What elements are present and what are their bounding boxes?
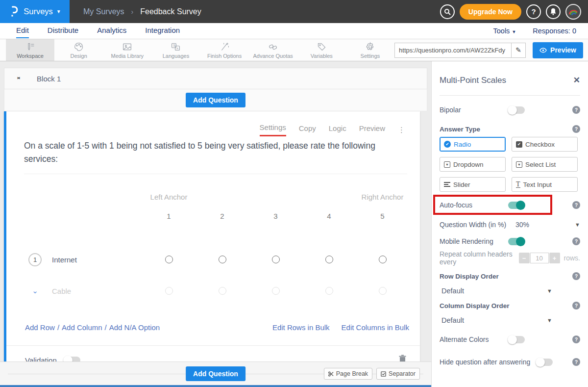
text-input-icon: T [516, 181, 520, 188]
answer-type-checkbox[interactable]: ✔Checkbox [512, 137, 578, 152]
column-header[interactable]: 5 [356, 212, 409, 220]
answer-type-text-input[interactable]: TText Input [512, 177, 578, 192]
edit-columns-in-bulk-link[interactable]: Edit Columns in Bulk [342, 323, 409, 332]
toolbar-item-finish-options[interactable]: Finish Options [200, 39, 249, 61]
toolbar-item-design[interactable]: Design [54, 39, 103, 61]
help-button[interactable]: ? [526, 4, 541, 19]
responses-count[interactable]: Responses: 0 [533, 27, 576, 35]
tab-edit[interactable]: Edit [7, 23, 38, 39]
question-help-icon[interactable]: ? [572, 237, 580, 245]
mobile-rendering-toggle[interactable] [508, 238, 525, 245]
row-display-order-label: Row Display Order [440, 273, 508, 280]
hide-question-toggle[interactable] [536, 359, 553, 366]
question-tab-settings[interactable]: Settings [260, 123, 286, 136]
answer-type-select-list[interactable]: ▼Select List [512, 157, 578, 172]
toolbar-item-languages[interactable]: 文A Languages [151, 39, 200, 61]
question-help-icon[interactable]: ? [572, 106, 580, 114]
alternate-colors-label: Alternate Colors [440, 335, 508, 343]
answer-type-radio[interactable]: ✔Radio [440, 137, 506, 152]
question-help-icon[interactable]: ? [572, 125, 580, 133]
matrix-radio[interactable] [272, 287, 280, 295]
matrix-radio[interactable] [379, 256, 387, 263]
question-tab-preview[interactable]: Preview [359, 124, 385, 136]
add-na-option-link[interactable]: Add N/A Option [109, 323, 160, 332]
left-anchor-label[interactable]: Left Anchor [142, 193, 196, 201]
alternate-colors-toggle[interactable] [508, 336, 525, 343]
toolbar-item-settings[interactable]: Settings [346, 39, 394, 61]
question-width-value[interactable]: 30% [515, 221, 529, 229]
toolbar-item-workspace[interactable]: Workspace [6, 39, 54, 61]
caret-down-icon: ▼ [56, 9, 61, 14]
column-header[interactable]: 1 [142, 212, 196, 220]
question-text[interactable]: On a scale of 1-5 with 1 being not satis… [24, 139, 407, 174]
close-icon[interactable]: ✕ [573, 75, 580, 85]
question-help-icon[interactable]: ? [572, 302, 580, 310]
tab-analytics[interactable]: Analytics [88, 23, 136, 39]
notifications-button[interactable] [546, 4, 561, 19]
row-label[interactable]: Cable [52, 287, 71, 295]
matrix-radio[interactable] [219, 287, 226, 295]
add-column-link[interactable]: Add Column [62, 323, 102, 332]
column-header[interactable]: 3 [249, 212, 302, 220]
add-question-button-bottom[interactable]: Add Question [186, 366, 245, 381]
question-help-icon[interactable]: ? [572, 201, 580, 209]
add-row-link[interactable]: Add Row [25, 323, 55, 332]
breadcrumb-my-surveys[interactable]: My Surveys [83, 7, 124, 16]
question-settings-panel: Multi-Point Scales ✕ Bipolar ? Answer Ty… [431, 61, 588, 387]
column-header[interactable]: 4 [302, 212, 356, 220]
row-display-order-select[interactable]: Default ▼ [440, 287, 552, 295]
matrix-radio[interactable] [165, 287, 173, 295]
row-number-badge[interactable]: 1 [28, 253, 42, 266]
upgrade-now-button[interactable]: Upgrade Now [460, 4, 521, 20]
toolbar-item-variables[interactable]: Variables [297, 39, 346, 61]
toolbar-item-advance-quotas[interactable]: Advance Quotas [249, 39, 297, 61]
matrix-radio[interactable] [165, 256, 173, 263]
preview-button[interactable]: Preview [533, 42, 583, 58]
chevron-down-icon[interactable]: ⌄ [28, 286, 42, 295]
matrix-radio[interactable] [325, 287, 333, 295]
caret-down-icon[interactable]: ▼ [575, 222, 580, 228]
tab-distribute[interactable]: Distribute [38, 23, 88, 39]
hide-question-row: Hide question after answering ? [440, 354, 580, 370]
add-question-button-top[interactable]: Add Question [186, 93, 245, 107]
plus-icon[interactable]: + [549, 253, 560, 263]
column-header[interactable]: 2 [196, 212, 249, 220]
question-help-icon[interactable]: ? [572, 335, 580, 343]
question-help-icon[interactable]: ? [572, 272, 580, 280]
divider [440, 95, 580, 96]
toolbar-item-media-library[interactable]: Media Library [103, 39, 151, 61]
product-switcher[interactable]: Surveys ▼ [0, 0, 70, 23]
column-display-order-select[interactable]: Default ▼ [440, 316, 552, 324]
question-tab-logic[interactable]: Logic [329, 124, 346, 136]
panel-title: Multi-Point Scales [440, 76, 506, 85]
edit-rows-in-bulk-link[interactable]: Edit Rows in Bulk [272, 323, 330, 332]
page-break-button[interactable]: Page Break [324, 368, 372, 380]
answer-type-slider[interactable]: Slider [440, 177, 506, 192]
bipolar-toggle[interactable] [508, 106, 525, 114]
matrix-radio[interactable] [325, 256, 333, 263]
block-header: ⌄⌃ Block 1 [4, 68, 427, 89]
repeat-headers-input[interactable] [530, 253, 549, 263]
matrix-radio[interactable] [379, 287, 387, 295]
auto-focus-toggle[interactable] [508, 202, 525, 209]
tab-integration[interactable]: Integration [136, 23, 189, 39]
row-label[interactable]: Internet [52, 256, 77, 264]
tools-dropdown[interactable]: Tools ▼ [493, 27, 516, 35]
question-tab-copy[interactable]: Copy [299, 124, 316, 136]
survey-url-input[interactable] [394, 43, 511, 58]
answer-type-dropdown[interactable]: ▼Dropdown [440, 157, 506, 172]
question-help-icon[interactable]: ? [572, 358, 580, 366]
right-anchor-label[interactable]: Right Anchor [356, 193, 409, 201]
avatar[interactable] [565, 4, 581, 20]
matrix-links-row: Add Row / Add Column / Add N/A Option Ed… [25, 323, 409, 332]
languages-icon: 文A [171, 42, 181, 52]
matrix-radio[interactable] [219, 256, 226, 263]
search-button[interactable] [440, 4, 455, 19]
collapse-icon[interactable]: ⌄⌃ [16, 75, 21, 82]
matrix-radio[interactable] [272, 256, 280, 263]
repeat-headers-stepper: − + [519, 253, 560, 263]
kebab-menu-icon[interactable]: ⋮ [398, 127, 405, 133]
separator-button[interactable]: Separator [376, 368, 420, 380]
edit-url-button[interactable]: ✎ [511, 43, 526, 58]
minus-icon[interactable]: − [519, 253, 530, 263]
